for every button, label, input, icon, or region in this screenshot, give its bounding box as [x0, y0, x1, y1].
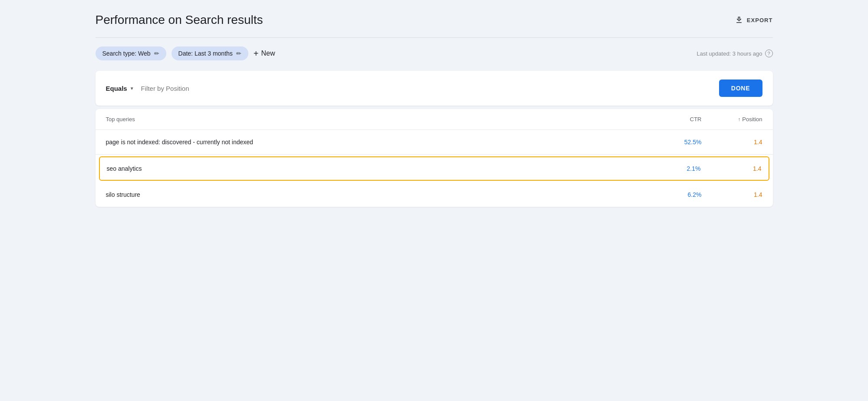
queries-table: Top queries CTR ↑ Position page is not i… — [96, 109, 773, 207]
page-container: Performance on Search results EXPORT Sea… — [96, 13, 773, 207]
date-chip[interactable]: Date: Last 3 months ✏ — [172, 46, 248, 60]
help-icon[interactable]: ? — [765, 50, 773, 57]
sort-up-icon: ↑ — [738, 116, 740, 123]
export-icon — [735, 16, 743, 24]
col-header-queries: Top queries — [106, 116, 650, 123]
new-filter-label: New — [261, 50, 275, 57]
header-divider — [96, 37, 773, 38]
table-row[interactable]: seo analytics 2.1% 1.4 — [99, 156, 769, 181]
search-type-chip[interactable]: Search type: Web ✏ — [96, 46, 166, 60]
search-type-edit-icon: ✏ — [154, 50, 159, 57]
position-value: 1.4 — [701, 165, 762, 172]
query-text: seo analytics — [107, 165, 649, 172]
position-value: 1.4 — [702, 139, 762, 146]
new-filter-button[interactable]: + New — [254, 49, 275, 59]
query-text: silo structure — [106, 191, 650, 198]
position-value: 1.4 — [702, 191, 762, 198]
col-position-label: Position — [742, 116, 762, 123]
table-row[interactable]: silo structure 6.2% 1.4 — [96, 182, 773, 207]
page-title: Performance on Search results — [96, 13, 263, 27]
table-header: Top queries CTR ↑ Position — [96, 109, 773, 130]
date-edit-icon: ✏ — [236, 50, 241, 57]
ctr-value: 2.1% — [649, 165, 701, 172]
export-button[interactable]: EXPORT — [735, 16, 773, 24]
filter-bar: Search type: Web ✏ Date: Last 3 months ✏… — [96, 46, 773, 60]
plus-icon: + — [254, 49, 259, 59]
chevron-down-icon: ▼ — [130, 86, 134, 91]
ctr-value: 52.5% — [650, 139, 702, 146]
table-row[interactable]: page is not indexed: discovered - curren… — [96, 130, 773, 155]
page-header: Performance on Search results EXPORT — [96, 13, 773, 27]
query-text: page is not indexed: discovered - curren… — [106, 139, 650, 146]
done-button[interactable]: DONE — [719, 80, 762, 97]
equals-label: Equals — [106, 85, 127, 92]
equals-dropdown[interactable]: Equals ▼ — [106, 85, 134, 92]
export-label: EXPORT — [747, 17, 773, 23]
ctr-value: 6.2% — [650, 191, 702, 198]
search-type-label: Search type: Web — [102, 50, 151, 57]
date-label: Date: Last 3 months — [178, 50, 233, 57]
filter-by-position-input[interactable] — [141, 85, 712, 92]
col-header-ctr: CTR — [650, 116, 702, 123]
col-header-position: ↑ Position — [702, 116, 762, 123]
last-updated-text: Last updated: 3 hours ago — [696, 50, 762, 57]
filter-input-section: Equals ▼ DONE — [96, 71, 773, 106]
last-updated-section: Last updated: 3 hours ago ? — [696, 50, 772, 57]
